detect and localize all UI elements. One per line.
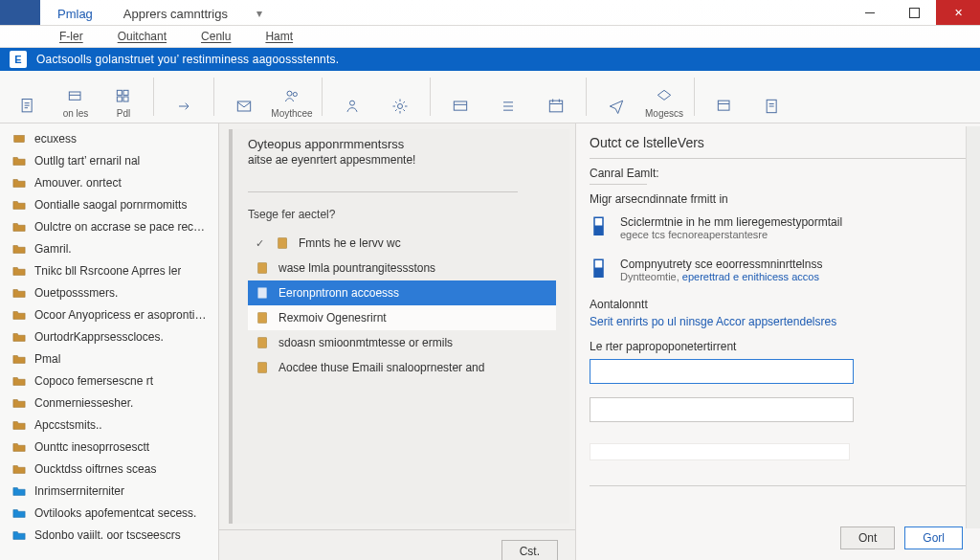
sidebar-item[interactable]: Ovtilooks apofementcat secess. bbox=[0, 502, 218, 524]
folder-icon bbox=[11, 373, 27, 389]
option-item[interactable]: sdoasn smioonmtmtesse or ermils bbox=[248, 330, 556, 355]
sidebar-item[interactable]: Gamril. bbox=[0, 237, 218, 259]
toolbar-label: on les bbox=[63, 109, 89, 119]
sidebar-item[interactable]: Inrimserrniterniter bbox=[0, 480, 218, 502]
right-ok-button[interactable]: Gorl bbox=[904, 526, 963, 549]
option-icon bbox=[276, 235, 291, 251]
info-icon bbox=[590, 215, 611, 242]
sidebar-item[interactable]: Pmal bbox=[0, 347, 218, 370]
sidebar-item-label: Ovtilooks apofementcat secess. bbox=[34, 506, 196, 520]
scrollbar[interactable] bbox=[966, 126, 980, 528]
sidebar-item[interactable]: Outllg tart’ ernaril nal bbox=[0, 149, 218, 171]
toolbar-button[interactable] bbox=[594, 75, 638, 119]
toolbar-button[interactable] bbox=[438, 75, 482, 119]
box-icon bbox=[65, 86, 86, 107]
option-item[interactable]: Eeronpntronn accoesss bbox=[248, 280, 556, 305]
folder-icon bbox=[11, 263, 27, 279]
svg-rect-15 bbox=[14, 135, 25, 142]
svg-rect-4 bbox=[117, 97, 122, 101]
mid-panel: Oyteopus apponrmmentsrss aitse ae eyenrt… bbox=[219, 123, 576, 560]
folder-icon bbox=[11, 307, 27, 323]
menu-item[interactable]: Ouitchant bbox=[100, 30, 184, 43]
right-subheading2: Migr arsecndinnate frmitt in bbox=[590, 192, 967, 206]
folder-icon bbox=[11, 241, 27, 257]
option-item[interactable]: Aocdee thuse Emaili snalooprnester and bbox=[248, 355, 556, 380]
title-tab-overflow-icon[interactable]: ▾ bbox=[247, 2, 272, 25]
svg-rect-5 bbox=[123, 97, 128, 101]
option-label: sdoasn smioonmtmtesse or ermils bbox=[278, 336, 453, 349]
option-item[interactable]: Rexmoiv Ogenesrirnt bbox=[248, 305, 556, 330]
toolbar-button[interactable] bbox=[6, 75, 50, 119]
title-tab-active[interactable]: Pmlag bbox=[42, 2, 108, 25]
sidebar-item[interactable]: Amouver. onrtect bbox=[0, 171, 218, 193]
toolbar-button[interactable]: Mogescs bbox=[642, 75, 686, 119]
info-subtext: Dyntteomtie, eperettrad e enithicess acc… bbox=[620, 271, 822, 282]
outlook-icon bbox=[11, 505, 27, 521]
sidebar-item[interactable]: Sdonbo vaiilt. oor tscseescrs bbox=[0, 524, 218, 546]
toolbar-button[interactable]: Moythcee bbox=[270, 75, 314, 119]
window-icon bbox=[714, 96, 735, 117]
sidebar-item-label: Oucktdss oiftrnes sceas bbox=[34, 462, 156, 476]
info-text: Compnyutrety sce eoorressmninrttelnss bbox=[620, 258, 822, 271]
app-accent bbox=[0, 0, 40, 25]
toolbar-button[interactable] bbox=[162, 75, 206, 119]
sidebar-item[interactable]: Ouetposssmers. bbox=[0, 281, 218, 303]
option-icon bbox=[256, 360, 271, 375]
mid-cancel-button[interactable]: Cst. bbox=[501, 540, 558, 560]
info-icon bbox=[590, 258, 611, 284]
sidebar-item-label: Outllg tart’ ernaril nal bbox=[34, 154, 140, 168]
mid-footer: Cst. bbox=[219, 529, 575, 560]
window-close-button[interactable] bbox=[936, 0, 980, 25]
toolbar-button[interactable] bbox=[534, 75, 578, 119]
window-minimize-button[interactable] bbox=[848, 0, 892, 25]
menu-item[interactable]: Hamt bbox=[248, 30, 310, 43]
right-cancel-button[interactable]: Ont bbox=[840, 526, 895, 549]
sidebar-item-label: Amouver. onrtect bbox=[34, 176, 122, 190]
svg-rect-12 bbox=[549, 101, 562, 112]
sidebar-item[interactable]: Conmerniessesher. bbox=[0, 392, 218, 414]
sidebar-item[interactable]: Copoco femersescne rt bbox=[0, 370, 218, 392]
title-tabs: Pmlag Apprers camnttrigs ▾ bbox=[42, 0, 272, 25]
sidebar-item[interactable]: Apccstsmits.. bbox=[0, 414, 218, 436]
option-item[interactable]: Fmnts he e lervv wc bbox=[248, 231, 556, 256]
toolbar-button[interactable] bbox=[378, 75, 422, 119]
outlook-icon bbox=[11, 527, 27, 543]
sidebar-item[interactable]: ecuxess bbox=[0, 127, 218, 149]
sidebar-item[interactable]: Oontialle saogal pornrmomitts bbox=[0, 193, 218, 215]
right-link[interactable]: Serit enrirts po ul ninsge Accor appsert… bbox=[590, 315, 967, 328]
option-item[interactable]: wase lmla pountrangitessstons bbox=[248, 256, 556, 280]
toolbar-button[interactable] bbox=[330, 75, 374, 119]
folder-icon bbox=[11, 153, 27, 168]
mail-icon bbox=[234, 96, 255, 117]
sidebar-item-label: ecuxess bbox=[34, 132, 77, 146]
sidebar-item-label: Oontialle saogal pornrmomitts bbox=[34, 198, 187, 212]
ribbon-app-icon: E bbox=[10, 51, 27, 68]
option-label: Aocdee thuse Emaili snalooprnester and bbox=[278, 361, 484, 374]
sidebar-item[interactable]: Tnikc bll Rsrcoone Aprres ler bbox=[0, 259, 218, 281]
sidebar-item[interactable]: Ounttc inesoprrosesctt bbox=[0, 436, 218, 458]
menubar: F-ler Ouitchant Cenlu Hamt bbox=[0, 26, 980, 48]
inline-link[interactable]: eperettrad e enithicess accos bbox=[682, 271, 819, 282]
toolbar-button[interactable] bbox=[702, 75, 746, 119]
window-maximize-button[interactable] bbox=[892, 0, 936, 25]
sidebar-item-label: Apccstsmits.. bbox=[34, 418, 102, 432]
sidebar-item[interactable]: Oucktdss oiftrnes sceas bbox=[0, 458, 218, 480]
sidebar-item[interactable]: Ocoor Anyopricess er asoprontime srnnte bbox=[0, 303, 218, 325]
sidebar-item[interactable]: OurtodrKapprsesscloces. bbox=[0, 325, 218, 347]
toolbar-button[interactable] bbox=[222, 75, 266, 119]
right-footer: Ont Gorl bbox=[590, 517, 967, 557]
right-input-primary[interactable] bbox=[590, 359, 854, 384]
sidebar-item-label: Conmerniessesher. bbox=[34, 396, 133, 410]
toolbar-button[interactable]: Pdl bbox=[101, 75, 145, 119]
toolbar-button[interactable] bbox=[486, 75, 530, 119]
toolbar-button[interactable]: on les bbox=[54, 75, 98, 119]
toolbar-button[interactable] bbox=[750, 75, 794, 119]
option-icon bbox=[256, 335, 271, 350]
sidebar-item[interactable]: Oulctre on accrase se pace recess. bbox=[0, 215, 218, 237]
arrow-icon bbox=[173, 96, 194, 117]
title-tab-secondary[interactable]: Apprers camnttrigs bbox=[108, 2, 243, 25]
right-input-secondary[interactable] bbox=[590, 397, 854, 422]
menu-item[interactable]: F-ler bbox=[42, 30, 100, 43]
right-panel: Outct ce lstelleVers Canral Eamlt: Migr … bbox=[576, 123, 980, 560]
menu-item[interactable]: Cenlu bbox=[184, 30, 248, 43]
